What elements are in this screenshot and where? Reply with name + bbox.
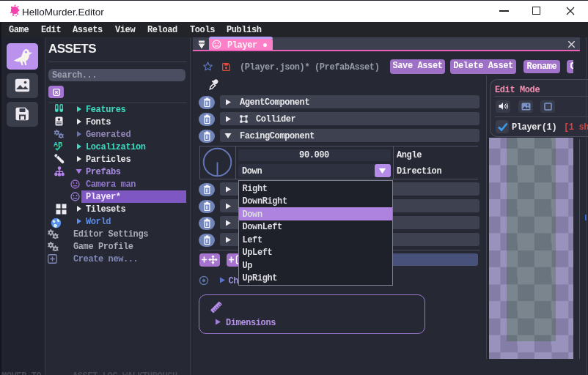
svg-text:AB: AB <box>54 141 62 148</box>
